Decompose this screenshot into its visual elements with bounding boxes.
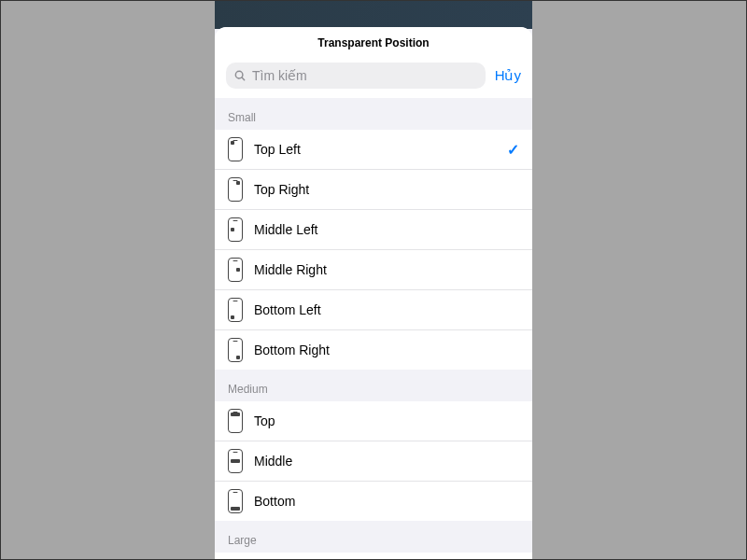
option-top-left[interactable]: Top Left ✓ xyxy=(215,130,532,170)
option-large-top[interactable]: Top xyxy=(215,553,532,559)
list-large: Top Bottom xyxy=(215,553,532,559)
option-label: Middle Left xyxy=(254,222,519,237)
device-icon xyxy=(228,137,243,161)
device-icon xyxy=(228,489,243,513)
page-title: Transparent Position xyxy=(215,27,532,57)
svg-line-1 xyxy=(242,77,245,80)
list-medium: Top Middle Bottom xyxy=(215,401,532,521)
section-header-small: Small xyxy=(215,98,532,130)
option-middle-right[interactable]: Middle Right xyxy=(215,250,532,290)
search-icon xyxy=(233,69,247,82)
device-icon xyxy=(228,217,243,242)
device-icon xyxy=(228,177,243,202)
section-header-medium: Medium xyxy=(215,370,532,401)
search-placeholder: Tìm kiếm xyxy=(252,68,307,83)
checkmark-icon: ✓ xyxy=(507,141,519,159)
app-frame: Transparent Position Tìm kiếm Hủy Small … xyxy=(0,0,747,560)
option-label: Middle Right xyxy=(254,262,519,277)
phone-screen: Transparent Position Tìm kiếm Hủy Small … xyxy=(215,1,532,559)
section-header-large: Large xyxy=(215,521,532,553)
option-label: Bottom Left xyxy=(254,302,519,317)
option-label: Top xyxy=(254,413,519,428)
option-bottom-left[interactable]: Bottom Left xyxy=(215,290,532,330)
search-input[interactable]: Tìm kiếm xyxy=(226,63,486,89)
device-icon xyxy=(228,298,243,322)
device-icon xyxy=(228,449,243,473)
option-bottom-right[interactable]: Bottom Right xyxy=(215,330,532,370)
cancel-button[interactable]: Hủy xyxy=(486,67,521,84)
option-middle-left[interactable]: Middle Left xyxy=(215,210,532,250)
search-row: Tìm kiếm Hủy xyxy=(215,57,532,98)
option-label: Middle xyxy=(254,454,519,469)
option-label: Top Left xyxy=(254,142,496,157)
option-medium-middle[interactable]: Middle xyxy=(215,441,532,482)
modal-sheet: Transparent Position Tìm kiếm Hủy Small … xyxy=(215,27,532,559)
list-small: Top Left ✓ Top Right Middle Left Middle … xyxy=(215,130,532,370)
option-medium-bottom[interactable]: Bottom xyxy=(215,482,532,521)
option-label: Top Right xyxy=(254,182,519,197)
option-medium-top[interactable]: Top xyxy=(215,401,532,441)
options-scroll[interactable]: Small Top Left ✓ Top Right Middle Left xyxy=(215,98,532,559)
option-top-right[interactable]: Top Right xyxy=(215,170,532,210)
device-icon xyxy=(228,258,243,282)
status-bar xyxy=(215,1,532,29)
device-icon xyxy=(228,409,243,433)
device-icon xyxy=(228,338,243,362)
option-label: Bottom Right xyxy=(254,343,519,357)
option-label: Bottom xyxy=(254,494,519,509)
